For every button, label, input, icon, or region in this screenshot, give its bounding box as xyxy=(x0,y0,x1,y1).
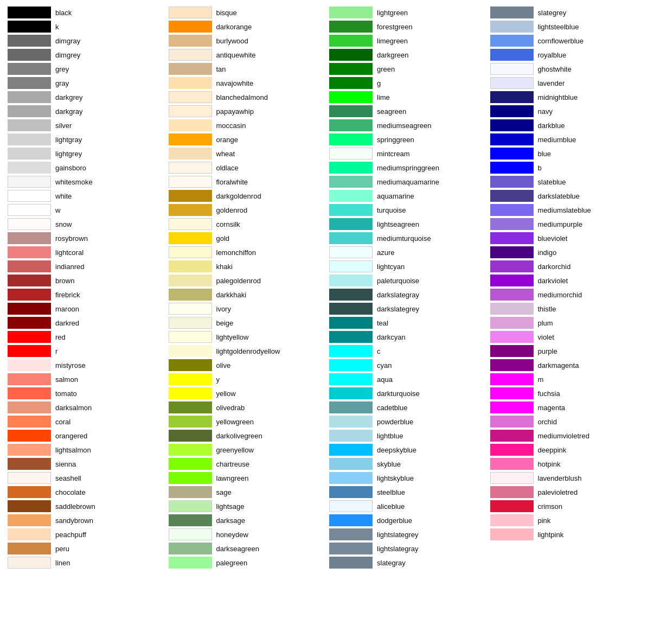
color-swatch xyxy=(329,373,373,385)
color-swatch xyxy=(8,486,51,498)
color-label: lightcyan xyxy=(377,263,405,271)
color-label: darkslategrey xyxy=(377,305,419,313)
color-row: papayawhip xyxy=(166,104,328,118)
color-label: gold xyxy=(216,234,230,243)
color-swatch xyxy=(329,345,373,357)
color-row: yellowgreen xyxy=(166,415,328,429)
color-row: white xyxy=(5,189,166,203)
color-row: lemonchiffon xyxy=(166,245,328,259)
color-row: indianred xyxy=(5,259,166,273)
color-swatch xyxy=(8,176,51,188)
color-row: lavenderblush xyxy=(488,471,649,485)
color-row: navy xyxy=(488,104,649,118)
color-label: darkseagreen xyxy=(216,545,260,553)
color-row: cadetblue xyxy=(327,400,488,415)
column-2: bisquedarkorangeburlywoodantiquewhitetan… xyxy=(166,5,328,570)
color-label: darkturquoise xyxy=(377,390,420,398)
color-swatch xyxy=(329,162,373,174)
color-label: grey xyxy=(55,65,69,73)
color-label: aqua xyxy=(377,375,393,384)
color-row: yellow xyxy=(166,386,328,400)
color-row: c xyxy=(327,344,488,358)
color-row: lavender xyxy=(488,76,649,90)
color-label: mediumvioletred xyxy=(538,432,589,440)
color-label: deeppink xyxy=(538,446,567,454)
color-label: w xyxy=(55,206,60,214)
color-row: powderblue xyxy=(327,415,488,429)
color-label: papayawhip xyxy=(216,107,254,116)
color-swatch xyxy=(329,557,373,569)
color-label: powderblue xyxy=(377,418,413,426)
color-swatch xyxy=(329,232,373,244)
color-row: gray xyxy=(5,76,166,90)
color-swatch xyxy=(329,331,373,343)
color-row: r xyxy=(5,344,166,358)
color-row: deeppink xyxy=(488,443,649,457)
color-swatch xyxy=(8,275,51,286)
color-swatch xyxy=(169,275,212,286)
color-label: wheat xyxy=(216,150,235,158)
color-swatch xyxy=(169,119,212,131)
color-label: cadetblue xyxy=(377,404,407,412)
color-label: darkblue xyxy=(538,122,565,130)
color-row: seagreen xyxy=(327,104,488,118)
color-swatch xyxy=(490,444,534,456)
color-label: olivedrab xyxy=(216,404,245,412)
color-swatch xyxy=(8,190,51,202)
color-row: dimgrey xyxy=(5,48,166,62)
color-swatch xyxy=(329,416,373,428)
color-label: peachpuff xyxy=(55,531,86,539)
color-row: lightcoral xyxy=(5,245,166,259)
color-label: blueviolet xyxy=(538,234,568,243)
color-row: lightgreen xyxy=(327,5,488,20)
color-label: cornflowerblue xyxy=(538,37,584,45)
color-swatch xyxy=(490,458,534,470)
color-row: orange xyxy=(166,132,328,146)
color-row: tomato xyxy=(5,386,166,400)
color-label: skyblue xyxy=(377,460,401,468)
color-swatch xyxy=(8,7,51,18)
color-swatch xyxy=(8,500,51,512)
color-row: darkgoldenrod xyxy=(166,189,328,203)
color-row: lightsalmon xyxy=(5,443,166,457)
color-row: plum xyxy=(488,316,649,330)
color-swatch xyxy=(169,49,212,61)
color-swatch xyxy=(329,543,373,554)
color-swatch xyxy=(490,63,534,75)
color-swatch xyxy=(8,133,51,145)
color-label: hotpink xyxy=(538,460,561,468)
color-swatch xyxy=(8,458,51,470)
color-swatch xyxy=(169,162,212,174)
color-label: lightskyblue xyxy=(377,474,414,482)
color-swatch xyxy=(8,148,51,160)
color-row: darkgray xyxy=(5,104,166,118)
color-label: pink xyxy=(538,517,551,525)
color-label: navy xyxy=(538,107,553,116)
color-label: teal xyxy=(377,319,388,327)
color-swatch xyxy=(8,528,51,540)
color-label: darksage xyxy=(216,517,245,525)
color-swatch xyxy=(8,444,51,456)
color-label: blanchedalmond xyxy=(216,93,268,101)
color-row: k xyxy=(5,20,166,34)
color-swatch xyxy=(490,133,534,145)
color-swatch xyxy=(329,77,373,89)
color-row: palegoldenrod xyxy=(166,273,328,288)
color-swatch xyxy=(329,204,373,216)
color-swatch xyxy=(169,289,212,301)
color-label: violet xyxy=(538,333,554,341)
color-label: blue xyxy=(538,150,552,158)
color-swatch xyxy=(8,246,51,258)
color-label: crimson xyxy=(538,502,563,511)
color-row: brown xyxy=(5,273,166,288)
color-swatch xyxy=(490,486,534,498)
color-swatch xyxy=(8,260,51,272)
color-row: sage xyxy=(166,485,328,499)
color-swatch xyxy=(169,401,212,413)
color-row: oldlace xyxy=(166,161,328,175)
color-swatch xyxy=(329,246,373,258)
color-row: mediumturquoise xyxy=(327,231,488,245)
color-swatch xyxy=(490,204,534,216)
color-row: darkviolet xyxy=(488,273,649,288)
color-label: salmon xyxy=(55,375,78,384)
